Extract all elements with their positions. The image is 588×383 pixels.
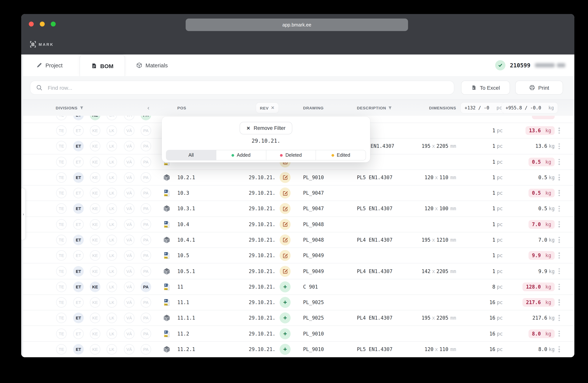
row-menu-button[interactable] [556, 267, 562, 275]
division-badge-ke[interactable]: KE [90, 297, 100, 308]
app-logo[interactable]: B MARK [29, 34, 54, 55]
division-badge-va[interactable]: VÄ [124, 141, 134, 152]
close-window-button[interactable] [29, 21, 34, 26]
expand-side-panel-button[interactable]: › [21, 188, 26, 240]
division-badge-pa[interactable]: PA [141, 313, 151, 323]
division-badge-pa[interactable]: PA [141, 219, 151, 230]
zoom-window-button[interactable] [51, 21, 56, 26]
division-badge-te[interactable]: TE [56, 250, 67, 261]
table-row[interactable]: TEETKELKVÄPA.dwg10.529.10.21.PL_90491pc9… [21, 248, 574, 264]
division-badge-lk[interactable]: LK [106, 297, 117, 308]
division-badge-ke[interactable]: KE [90, 141, 100, 152]
table-row[interactable]: TEETKELKVÄPA.dwg10.329.10.21.PL_90471pc0… [21, 185, 574, 201]
column-header-rev-filter[interactable]: REV ✕ [256, 103, 278, 113]
division-badge-et[interactable]: ET [73, 266, 84, 276]
division-badge-ke[interactable]: KE [90, 250, 100, 261]
column-header-drawing[interactable]: DRAWING [303, 106, 324, 110]
segment-deleted[interactable]: Deleted [266, 150, 316, 160]
division-badge-ke[interactable]: KE [90, 219, 100, 230]
division-badge-va[interactable]: VÄ [124, 344, 134, 355]
division-badge-pa[interactable]: PA [141, 328, 151, 339]
division-badge-te[interactable]: TE [56, 219, 67, 230]
division-badge-te[interactable]: TE [56, 328, 67, 339]
table-row[interactable]: TEETKELKVÄPA10.2.129.10.21.PL_9010PL5 EN… [21, 170, 574, 186]
division-badge-ke[interactable]: KE [90, 282, 100, 292]
division-badge-te[interactable]: TE [56, 313, 67, 323]
division-badge-te[interactable]: TE [56, 203, 67, 214]
division-badge-ke[interactable]: KE [90, 156, 100, 167]
minimize-window-button[interactable] [40, 21, 45, 26]
table-row[interactable]: TEETKELKVÄPA.dwg10.429.10.21.PL_90481pc7… [21, 217, 574, 232]
division-badge-et[interactable]: ET [73, 203, 84, 214]
column-header-dimensions[interactable]: DIMENSIONS [429, 106, 456, 110]
division-badge-ke[interactable]: KE [90, 313, 100, 323]
division-badge-et[interactable]: ET [73, 172, 84, 183]
division-badge-te[interactable]: TE [56, 156, 67, 167]
division-badge-pa[interactable]: PA [141, 203, 151, 214]
row-menu-button[interactable] [556, 205, 562, 212]
column-header-description[interactable]: DESCRIPTION [357, 106, 392, 110]
division-badge-va[interactable]: VÄ [124, 282, 134, 292]
column-header-pos[interactable]: POS [177, 106, 186, 110]
division-badge-va[interactable]: VÄ [124, 156, 134, 167]
division-badge-ke[interactable]: KE [90, 344, 100, 355]
column-header-pc-totals[interactable]: +132 / -0 pc [461, 103, 506, 113]
row-menu-button[interactable] [556, 142, 562, 150]
division-badge-pa[interactable]: PA [141, 116, 151, 120]
table-row[interactable]: TEETKELKVÄPA10.4.129.10.21.PL_9048PL4 EN… [21, 232, 574, 248]
division-badge-ke[interactable]: KE [90, 266, 100, 276]
division-badge-lk[interactable]: LK [106, 219, 117, 230]
column-header-divisions[interactable]: DIVISIONS [56, 106, 83, 110]
division-badge-lk[interactable]: LK [106, 172, 117, 183]
division-badge-et[interactable]: ET [73, 188, 84, 198]
division-badge-et[interactable]: ET [73, 116, 84, 120]
division-badge-va[interactable]: VÄ [124, 219, 134, 230]
print-button[interactable]: Print [515, 81, 563, 95]
search-input[interactable] [47, 84, 454, 91]
segment-added[interactable]: Added [216, 150, 266, 160]
division-badge-lk[interactable]: LK [106, 156, 117, 167]
division-badge-pa[interactable]: PA [141, 172, 151, 183]
division-badge-te[interactable]: TE [56, 266, 67, 276]
division-badge-va[interactable]: VÄ [124, 235, 134, 245]
address-bar[interactable]: app.bmark.ee [186, 19, 408, 31]
tab-materials[interactable]: Materials [136, 55, 168, 76]
division-badge-va[interactable]: VÄ [124, 188, 134, 198]
division-badge-lk[interactable]: LK [106, 250, 117, 261]
division-badge-lk[interactable]: LK [106, 203, 117, 214]
row-menu-button[interactable] [556, 345, 562, 353]
close-icon[interactable]: ✕ [271, 105, 274, 110]
division-badge-lk[interactable]: LK [106, 266, 117, 276]
collapse-columns-button[interactable]: ‹ [147, 104, 149, 111]
row-menu-button[interactable] [556, 330, 562, 337]
division-badge-pa[interactable]: PA [141, 250, 151, 261]
filter-funnel-icon[interactable] [80, 106, 83, 110]
column-header-kg-totals[interactable]: +955.8 / -0.0 kg [502, 103, 558, 113]
division-badge-ke[interactable]: KE [90, 235, 100, 245]
division-badge-et[interactable]: ET [73, 125, 84, 136]
division-badge-ke[interactable]: KE [90, 116, 100, 120]
division-badge-lk[interactable]: LK [106, 125, 117, 136]
row-menu-button[interactable] [556, 174, 562, 181]
division-badge-et[interactable]: ET [73, 141, 84, 152]
division-badge-et[interactable]: ET [73, 156, 84, 167]
table-row[interactable]: TEETKELKVÄPA.dwg11.229.10.21.+PL_901016p… [21, 326, 574, 342]
division-badge-te[interactable]: TE [56, 282, 67, 292]
table-row[interactable]: TEETKELKVÄPA.dwg1129.10.21.+C 9018pc128.… [21, 279, 574, 295]
division-badge-ke[interactable]: KE [90, 203, 100, 214]
division-badge-pa[interactable]: PA [141, 344, 151, 355]
division-badge-ke[interactable]: KE [90, 172, 100, 183]
segment-all[interactable]: All [166, 150, 216, 160]
division-badge-ke[interactable]: KE [90, 328, 100, 339]
row-menu-button[interactable] [556, 283, 562, 291]
row-menu-button[interactable] [556, 299, 562, 306]
division-badge-et[interactable]: ET [73, 235, 84, 245]
table-row[interactable]: TEETKELKVÄPA11.2.129.10.21.+PL_9010PL5 E… [21, 342, 574, 357]
tab-project[interactable]: Project [36, 55, 63, 76]
division-badge-lk[interactable]: LK [106, 328, 117, 339]
division-badge-va[interactable]: VÄ [124, 125, 134, 136]
division-badge-te[interactable]: TE [56, 172, 67, 183]
division-badge-te[interactable]: TE [56, 125, 67, 136]
division-badge-va[interactable]: VÄ [124, 250, 134, 261]
division-badge-va[interactable]: VÄ [124, 328, 134, 339]
